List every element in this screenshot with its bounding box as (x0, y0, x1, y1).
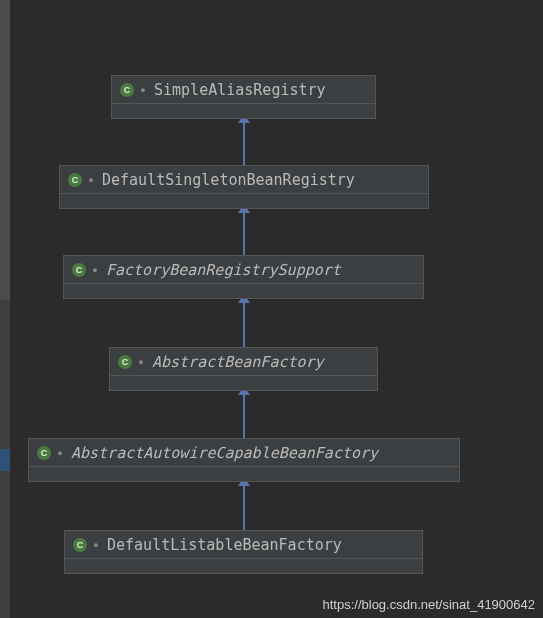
class-icon: C (120, 83, 134, 97)
inheritance-arrow (243, 212, 245, 255)
class-body (29, 467, 459, 481)
class-header: C ● FactoryBeanRegistrySupport (64, 256, 423, 284)
class-header: C ● AbstractAutowireCapableBeanFactory (29, 439, 459, 467)
ide-gutter (0, 0, 10, 618)
class-icon: C (118, 355, 132, 369)
class-body (60, 194, 428, 208)
watermark-text: https://blog.csdn.net/sinat_41900642 (323, 597, 536, 612)
class-body (110, 376, 377, 390)
inheritance-arrow (243, 302, 245, 347)
modifier-icon: ● (90, 265, 100, 275)
class-icon: C (37, 446, 51, 460)
ide-gutter-highlight (0, 449, 10, 471)
class-icon: C (68, 173, 82, 187)
class-icon: C (73, 538, 87, 552)
class-body (65, 559, 422, 573)
inheritance-arrow (243, 485, 245, 530)
modifier-icon: ● (91, 540, 101, 550)
class-header: C ● AbstractBeanFactory (110, 348, 377, 376)
class-node-default-listable-bean-factory[interactable]: C ● DefaultListableBeanFactory (64, 530, 423, 574)
class-name-label: AbstractAutowireCapableBeanFactory (71, 444, 378, 462)
class-body (64, 284, 423, 298)
class-header: C ● SimpleAliasRegistry (112, 76, 375, 104)
modifier-icon: ● (55, 448, 65, 458)
diagram-canvas[interactable]: C ● SimpleAliasRegistry C ● DefaultSingl… (10, 0, 543, 618)
class-name-label: DefaultListableBeanFactory (107, 536, 342, 554)
class-name-label: SimpleAliasRegistry (154, 81, 326, 99)
ide-gutter-upper (0, 0, 10, 300)
inheritance-arrow (243, 122, 245, 165)
modifier-icon: ● (136, 357, 146, 367)
class-header: C ● DefaultListableBeanFactory (65, 531, 422, 559)
class-node-factory-bean-registry-support[interactable]: C ● FactoryBeanRegistrySupport (63, 255, 424, 299)
class-header: C ● DefaultSingletonBeanRegistry (60, 166, 428, 194)
class-icon: C (72, 263, 86, 277)
class-node-abstract-autowire-capable-bean-factory[interactable]: C ● AbstractAutowireCapableBeanFactory (28, 438, 460, 482)
class-node-abstract-bean-factory[interactable]: C ● AbstractBeanFactory (109, 347, 378, 391)
class-node-default-singleton-bean-registry[interactable]: C ● DefaultSingletonBeanRegistry (59, 165, 429, 209)
class-name-label: DefaultSingletonBeanRegistry (102, 171, 355, 189)
class-node-simple-alias-registry[interactable]: C ● SimpleAliasRegistry (111, 75, 376, 119)
modifier-icon: ● (138, 85, 148, 95)
class-name-label: AbstractBeanFactory (152, 353, 324, 371)
class-name-label: FactoryBeanRegistrySupport (106, 261, 341, 279)
class-body (112, 104, 375, 118)
modifier-icon: ● (86, 175, 96, 185)
inheritance-arrow (243, 394, 245, 438)
